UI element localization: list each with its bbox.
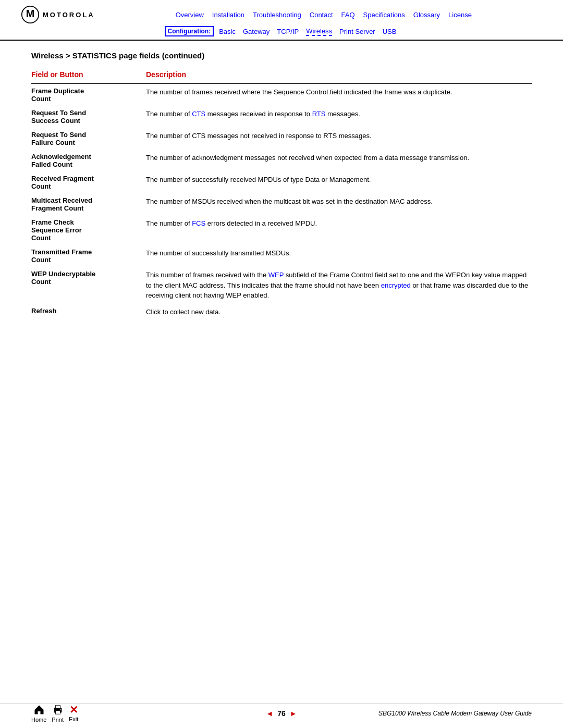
- svg-text:M: M: [26, 8, 34, 19]
- nav-glossary[interactable]: Glossary: [413, 11, 440, 19]
- page-title: Wireless > STATISTICS page fields (conti…: [31, 51, 532, 60]
- nav-license[interactable]: License: [448, 11, 472, 19]
- field-desc-wep-undecryptable: This number of frames received with the …: [146, 267, 532, 304]
- cts-link[interactable]: CTS: [192, 110, 205, 118]
- field-name-rts-failure: Request To SendFailure Count: [31, 128, 146, 150]
- table-row: Transmitted FrameCount The number of suc…: [31, 245, 532, 267]
- nav-installation[interactable]: Installation: [212, 11, 244, 19]
- print-icon: [52, 704, 64, 715]
- fields-table: Field or Button Description Frame Duplic…: [31, 70, 532, 320]
- next-page-button[interactable]: ►: [290, 709, 297, 718]
- table-row: AcknowledgementFailed Count The number o…: [31, 150, 532, 171]
- svg-point-5: [59, 709, 60, 710]
- exit-label: Exit: [69, 716, 78, 722]
- field-desc-transmitted-frame: The number of successfully transmitted M…: [146, 245, 532, 267]
- wep-link[interactable]: WEP: [268, 271, 284, 279]
- field-desc-received-fragment: The number of successfully received MPDU…: [146, 171, 532, 193]
- page-number: 76: [277, 709, 286, 718]
- nav-contact[interactable]: Contact: [310, 11, 333, 19]
- footer-pagination: ◄ 76 ►: [266, 709, 297, 718]
- table-row: WEP UndecryptableCount This number of fr…: [31, 267, 532, 304]
- encrypted-link[interactable]: encrypted: [381, 281, 411, 289]
- config-printserver[interactable]: Print Server: [339, 28, 375, 35]
- field-desc-frame-duplicate: The number of frames received where the …: [146, 83, 532, 106]
- motorola-wordmark: MOTOROLA: [43, 11, 95, 19]
- table-row: Request To SendFailure Count The number …: [31, 128, 532, 150]
- svg-rect-4: [55, 711, 60, 714]
- field-name-ack-failed: AcknowledgementFailed Count: [31, 150, 146, 171]
- page-footer: Home Print ✕ Exit ◄ 76 ► SBG1000 Wireles…: [0, 704, 563, 718]
- page-header: M MOTOROLA Overview Installation Trouble…: [0, 0, 563, 41]
- field-desc-ack-failed: The number of acknowledgment messages no…: [146, 150, 532, 171]
- table-row: Multicast ReceivedFragment Count The num…: [31, 193, 532, 215]
- config-gateway[interactable]: Gateway: [243, 28, 270, 35]
- field-name-frame-duplicate: Frame DuplicateCount: [31, 83, 146, 106]
- config-usb[interactable]: USB: [383, 28, 397, 35]
- field-desc-refresh: Click to collect new data.: [146, 304, 532, 320]
- print-button[interactable]: Print: [52, 704, 64, 723]
- rts-link[interactable]: RTS: [312, 110, 326, 118]
- config-nav: Configuration: Basic Gateway TCP/IP Wire…: [21, 26, 542, 36]
- field-name-multicast-fragment: Multicast ReceivedFragment Count: [31, 193, 146, 215]
- home-button[interactable]: Home: [31, 704, 46, 723]
- field-name-received-fragment: Received FragmentCount: [31, 171, 146, 193]
- field-name-refresh: Refresh: [31, 304, 146, 320]
- nav-specifications[interactable]: Specifications: [363, 11, 405, 19]
- nav-overview[interactable]: Overview: [176, 11, 204, 19]
- field-name-rts-success: Request To SendSuccess Count: [31, 106, 146, 128]
- field-desc-fcs-error: The number of FCS errors detected in a r…: [146, 215, 532, 245]
- field-desc-rts-success: The number of CTS messages received in r…: [146, 106, 532, 128]
- main-content: Wireless > STATISTICS page fields (conti…: [0, 41, 563, 330]
- field-desc-rts-failure: The number of CTS messages not received …: [146, 128, 532, 150]
- nav-troubleshooting[interactable]: Troubleshooting: [253, 11, 301, 19]
- print-label: Print: [52, 717, 64, 723]
- table-row: Received FragmentCount The number of suc…: [31, 171, 532, 193]
- table-row: Frame CheckSequence ErrorCount The numbe…: [31, 215, 532, 245]
- nav-faq[interactable]: FAQ: [341, 11, 355, 19]
- home-icon: [33, 704, 45, 715]
- field-name-transmitted-frame: Transmitted FrameCount: [31, 245, 146, 267]
- home-label: Home: [31, 717, 46, 723]
- motorola-emblem-icon: M: [21, 5, 40, 24]
- config-tcpip[interactable]: TCP/IP: [277, 28, 299, 35]
- footer-nav: Home Print ✕ Exit: [31, 704, 78, 723]
- prev-page-button[interactable]: ◄: [266, 709, 273, 718]
- table-row: Request To SendSuccess Count The number …: [31, 106, 532, 128]
- field-name-fcs-error: Frame CheckSequence ErrorCount: [31, 215, 146, 245]
- top-nav: Overview Installation Troubleshooting Co…: [105, 11, 542, 19]
- exit-button[interactable]: ✕ Exit: [69, 705, 78, 722]
- fcs-link[interactable]: FCS: [192, 219, 205, 227]
- exit-icon: ✕: [69, 705, 78, 715]
- column-header-description: Description: [146, 70, 532, 83]
- config-basic[interactable]: Basic: [219, 28, 236, 35]
- motorola-logo: M MOTOROLA: [21, 5, 95, 24]
- field-desc-multicast-fragment: The number of MSDUs received when the mu…: [146, 193, 532, 215]
- field-name-wep-undecryptable: WEP UndecryptableCount: [31, 267, 146, 304]
- config-wireless[interactable]: Wireless: [306, 27, 332, 36]
- svg-rect-3: [55, 706, 60, 709]
- table-row: Refresh Click to collect new data.: [31, 304, 532, 320]
- table-row: Frame DuplicateCount The number of frame…: [31, 83, 532, 106]
- configuration-label: Configuration:: [165, 26, 214, 36]
- footer-doc-title: SBG1000 Wireless Cable Modem Gateway Use…: [378, 710, 532, 717]
- column-header-field: Field or Button: [31, 70, 146, 83]
